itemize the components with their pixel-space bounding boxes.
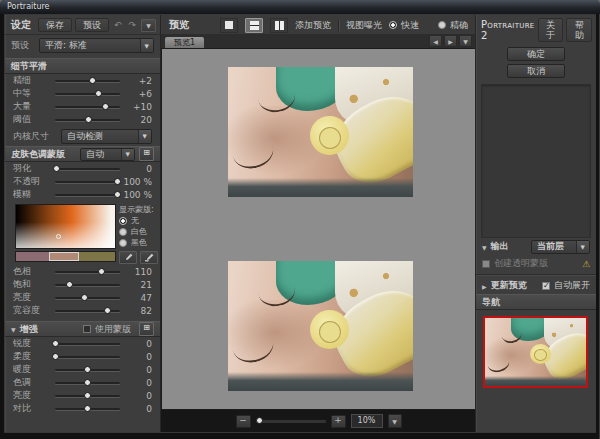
tab-menu-icon[interactable]: [459, 35, 472, 47]
hue-strip[interactable]: [15, 251, 116, 262]
latitude-slider[interactable]: [55, 310, 120, 312]
slider-thumb[interactable]: [84, 379, 91, 386]
radio-icon[interactable]: [119, 239, 127, 247]
preview-viewport[interactable]: [161, 48, 476, 410]
slider-thumb[interactable]: [81, 294, 88, 301]
zoom-value[interactable]: 10%: [351, 414, 383, 428]
single-view-button[interactable]: [220, 18, 238, 33]
kernel-size-label: 内核尺寸: [13, 130, 57, 143]
settings-menu-dropdown-icon[interactable]: [141, 19, 156, 32]
about-button[interactable]: 关于: [538, 18, 564, 42]
opacity-slider[interactable]: [55, 181, 120, 183]
ok-button[interactable]: 确定: [507, 47, 565, 61]
radio-selected-icon[interactable]: [389, 21, 397, 29]
kernel-size-value: 自动检测: [67, 130, 138, 143]
fast-radio[interactable]: 快速: [389, 19, 419, 32]
mask-option-black[interactable]: 黑色: [119, 237, 158, 248]
transparency-row: 创建透明蒙版: [476, 255, 596, 272]
checkbox-icon[interactable]: [83, 325, 91, 333]
auto-expand-checkbox[interactable]: [542, 282, 550, 290]
slider-thumb[interactable]: [84, 366, 91, 373]
redo-icon[interactable]: [126, 20, 138, 30]
hue-slider[interactable]: [55, 271, 120, 273]
hue-selection-handle[interactable]: [49, 252, 80, 261]
feather-slider[interactable]: [55, 168, 120, 170]
enhance-expand-icon[interactable]: [139, 322, 154, 336]
eyedropper-add-icon[interactable]: [119, 251, 137, 264]
mask-expand-icon[interactable]: [139, 147, 154, 161]
zoom-out-icon[interactable]: [236, 415, 251, 428]
slider-thumb[interactable]: [66, 281, 73, 288]
kernel-size-row: 内核尺寸 自动检测: [5, 126, 160, 146]
contrast-slider[interactable]: [55, 408, 120, 410]
kernel-size-select[interactable]: 自动检测: [61, 129, 152, 144]
presets-button[interactable]: 预设: [75, 18, 109, 32]
radio-icon[interactable]: [119, 228, 127, 236]
radio-icon[interactable]: [438, 21, 446, 29]
slider-thumb[interactable]: [84, 405, 91, 412]
collapse-icon[interactable]: [11, 324, 16, 334]
chevron-down-icon[interactable]: [121, 149, 134, 160]
zoom-slider[interactable]: [256, 420, 326, 422]
help-button[interactable]: 帮助: [566, 18, 592, 42]
vertical-split-view-button[interactable]: [270, 18, 288, 33]
slider-thumb[interactable]: [52, 353, 59, 360]
mask-option-white[interactable]: 白色: [119, 226, 158, 237]
navigator-thumbnail[interactable]: [485, 318, 586, 386]
eyedropper-remove-icon[interactable]: [140, 251, 158, 264]
preset-select[interactable]: 平滑: 标准: [39, 38, 154, 53]
tab-scroll-right-icon[interactable]: [444, 35, 457, 47]
horizontal-split-icon: [250, 21, 259, 30]
warmth-slider[interactable]: [55, 369, 120, 371]
slider-thumb[interactable]: [53, 165, 60, 172]
slider-thumb[interactable]: [114, 178, 121, 185]
chevron-down-icon[interactable]: [140, 39, 153, 52]
navigator-box[interactable]: [483, 316, 588, 388]
update-preview-label[interactable]: 更新预览: [491, 279, 527, 292]
mask-mode-select[interactable]: 自动: [80, 148, 135, 161]
skin-tone-gradient-picker[interactable]: [15, 204, 116, 249]
zoom-slider-thumb[interactable]: [256, 417, 263, 424]
fuzz-slider[interactable]: [55, 194, 120, 196]
zoom-in-icon[interactable]: [331, 415, 346, 428]
undo-icon[interactable]: [112, 20, 124, 30]
mask-option-none[interactable]: 无: [119, 215, 158, 226]
window-titlebar[interactable]: Portraiture: [0, 0, 600, 14]
picker-crosshair-icon[interactable]: [56, 234, 61, 239]
output-destination-select[interactable]: 当前层: [531, 240, 590, 254]
transparency-checkbox[interactable]: [482, 260, 490, 268]
radio-selected-icon[interactable]: [119, 217, 127, 225]
slider-thumb[interactable]: [98, 268, 105, 275]
accurate-radio[interactable]: 精确: [438, 19, 468, 32]
slider-thumb[interactable]: [89, 77, 96, 84]
expand-icon[interactable]: [482, 281, 487, 291]
view-exposure-button[interactable]: 视图曝光: [346, 19, 382, 32]
slider-thumb[interactable]: [84, 392, 91, 399]
saturation-slider[interactable]: [55, 284, 120, 286]
fine-slider[interactable]: [55, 80, 120, 82]
medium-slider[interactable]: [55, 93, 120, 95]
chevron-down-icon[interactable]: [138, 130, 151, 143]
mask-brightness-slider[interactable]: [55, 297, 120, 299]
chevron-down-icon[interactable]: [576, 241, 589, 253]
slider-thumb[interactable]: [95, 90, 102, 97]
enh-brightness-slider[interactable]: [55, 395, 120, 397]
slider-thumb[interactable]: [104, 307, 111, 314]
slider-thumb[interactable]: [102, 103, 109, 110]
softness-slider[interactable]: [55, 356, 120, 358]
use-mask-checkbox[interactable]: 使用蒙版: [83, 323, 131, 336]
slider-thumb[interactable]: [52, 340, 59, 347]
collapse-icon[interactable]: [482, 242, 487, 252]
save-button[interactable]: 保存: [38, 18, 72, 32]
cancel-button[interactable]: 取消: [507, 64, 565, 78]
zoom-dropdown-icon[interactable]: [388, 414, 402, 428]
horizontal-split-view-button[interactable]: [245, 18, 263, 33]
tint-slider[interactable]: [55, 382, 120, 384]
add-preview-button[interactable]: 添加预览: [295, 19, 331, 32]
large-slider[interactable]: [55, 106, 120, 108]
sharpness-slider[interactable]: [55, 343, 120, 345]
tab-scroll-left-icon[interactable]: [429, 35, 442, 47]
threshold-slider[interactable]: [55, 119, 120, 121]
slider-thumb[interactable]: [85, 116, 92, 123]
slider-thumb[interactable]: [114, 191, 121, 198]
